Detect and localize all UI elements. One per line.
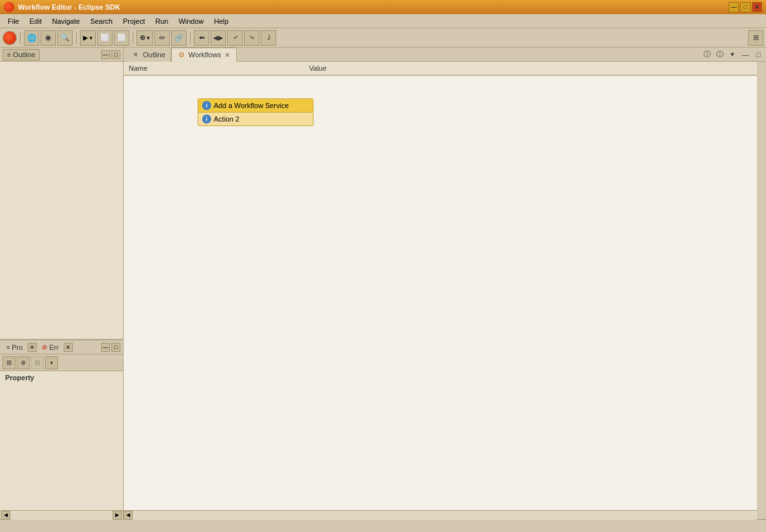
toolbar-btn-1[interactable]: 🌐	[24, 30, 39, 46]
editor-maximize-btn[interactable]: □	[753, 50, 763, 60]
left-panel-controls: — □	[101, 50, 120, 59]
errors-tab-close[interactable]: ✕	[64, 343, 73, 352]
outline-tab[interactable]: ≡ Outline	[3, 49, 40, 60]
title-bar-left: Workflow Editor - Eclipse SDK	[4, 2, 120, 12]
status-bar	[0, 519, 766, 532]
outline-tab-icon: ≡	[131, 50, 140, 59]
node-info-icon: i	[202, 101, 211, 110]
table-header: Name Value	[124, 62, 766, 76]
menu-help[interactable]: Help	[209, 16, 234, 26]
editor-right-scrollbar[interactable]	[757, 62, 766, 519]
outline-editor-tab[interactable]: ≡ Outline	[126, 48, 171, 62]
properties-toolbar-btn-1[interactable]: ⊞	[3, 356, 15, 369]
scroll-right-arrow[interactable]: ▶	[113, 511, 122, 520]
app-icon	[4, 2, 14, 12]
toolbar-btn-7[interactable]: 🔗	[171, 30, 187, 46]
toolbar-btn-2[interactable]: ◉	[41, 30, 56, 46]
node-header-text: Add a Workflow Service	[214, 102, 289, 109]
properties-toolbar-btn-3[interactable]: ⊟	[31, 356, 44, 369]
editor-scroll-track[interactable]	[133, 511, 757, 520]
editor-info-btn-2[interactable]: ⓘ	[715, 50, 725, 60]
toolbar-btn-6[interactable]: ✏	[154, 30, 170, 46]
left-panel-header: ≡ Outline — □	[0, 48, 123, 62]
left-panel-tabs: ≡ Outline	[3, 49, 40, 60]
left-panel: ≡ Outline — □ ≡ Pro	[0, 48, 124, 519]
workflow-canvas[interactable]: i Add a Workflow Service i Action 2	[124, 76, 766, 510]
workflow-node[interactable]: i Add a Workflow Service i Action 2	[198, 98, 313, 126]
node-action-text: Action 2	[214, 115, 239, 123]
menu-edit[interactable]: Edit	[24, 16, 47, 26]
menu-search[interactable]: Search	[85, 16, 118, 26]
maximize-button[interactable]: □	[740, 2, 751, 12]
toolbar-separator-4	[190, 32, 191, 44]
main-area: ≡ Outline — □ ≡ Pro	[0, 48, 766, 519]
bottom-left-toolbar: ⊞ ⊕ ⊟ ▾	[0, 354, 123, 371]
menu-window[interactable]: Window	[173, 16, 209, 26]
toolbar-btn-9[interactable]: ◀▶	[210, 30, 226, 46]
right-panel: ≡ Outline ⚙ Workflows ✕ ⓘ ⓘ ▾	[124, 48, 766, 519]
toolbar-separator-1	[20, 32, 21, 44]
properties-tab-close[interactable]: ✕	[28, 343, 37, 352]
toolbar-btn-3[interactable]: 🔍	[57, 30, 73, 46]
status-indicator	[5, 522, 13, 530]
editor-scroll-left[interactable]: ◀	[124, 511, 133, 520]
editor-body: Name Value i Add a Workflow Service i	[124, 62, 766, 519]
editor-tabs-left: ≡ Outline ⚙ Workflows ✕	[126, 48, 237, 62]
toolbar-btn-4[interactable]: ⬜	[97, 30, 113, 46]
toolbar-perspective-btn[interactable]: ⊞	[748, 30, 763, 46]
menu-file[interactable]: File	[3, 16, 24, 26]
errors-tab[interactable]: ⊘ Err	[38, 342, 62, 353]
toolbar-btn-5[interactable]: ⬜	[114, 30, 129, 46]
title-bar-controls: — □ ✕	[729, 2, 762, 12]
menu-project[interactable]: Project	[118, 16, 150, 26]
outline-tab-icon: ≡	[7, 51, 11, 59]
scroll-track[interactable]	[10, 511, 113, 520]
left-panel-maximize[interactable]: □	[111, 50, 120, 59]
toolbar-separator-3	[133, 32, 133, 44]
bottom-left-panel: ≡ Pro ✕ ⊘ Err ✕ — □	[0, 339, 123, 519]
properties-toolbar-btn-4[interactable]: ▾	[45, 356, 58, 369]
editor-tabs-right: ⓘ ⓘ ▾ — □	[702, 50, 763, 60]
workflows-tab-icon: ⚙	[177, 50, 186, 59]
eclipse-button[interactable]	[3, 31, 17, 45]
bottom-left-maximize[interactable]: □	[111, 343, 120, 352]
editor-chevron-btn[interactable]: ▾	[727, 50, 738, 60]
node-header: i Add a Workflow Service	[198, 99, 313, 113]
node-action-icon: i	[202, 115, 211, 124]
workflows-tab-close[interactable]: ✕	[223, 51, 231, 59]
editor-minimize-btn[interactable]: —	[740, 50, 751, 60]
editor-info-btn-1[interactable]: ⓘ	[702, 50, 712, 60]
toolbar-btn-11[interactable]: ⤷	[244, 30, 259, 46]
scroll-left-arrow[interactable]: ◀	[1, 511, 10, 520]
toolbar-dropdown-1[interactable]: ▶ ▾	[80, 30, 96, 46]
workflows-editor-tab[interactable]: ⚙ Workflows ✕	[171, 48, 238, 62]
window-title: Workflow Editor - Eclipse SDK	[18, 3, 120, 11]
toolbar-btn-12[interactable]: ⤸	[261, 30, 276, 46]
editor-bottom-scrollbar: ◀ ▶	[124, 510, 766, 519]
editor-tab-bar: ≡ Outline ⚙ Workflows ✕ ⓘ ⓘ ▾	[124, 48, 766, 62]
bottom-left-header: ≡ Pro ✕ ⊘ Err ✕ — □	[0, 340, 123, 354]
title-bar: Workflow Editor - Eclipse SDK — □ ✕	[0, 0, 766, 14]
col-name-header: Name	[129, 64, 309, 72]
col-value-header: Value	[309, 64, 761, 72]
properties-tab[interactable]: ≡ Pro	[3, 342, 26, 353]
toolbar-btn-8[interactable]: ⬅	[194, 30, 209, 46]
toolbar: 🌐 ◉ 🔍 ▶ ▾ ⬜ ⬜ ⊕ ▾ ✏ 🔗 ⬅ ◀▶ ⤶ ⤷ ⤸ ⊞	[0, 28, 766, 48]
bottom-left-minimize[interactable]: —	[101, 343, 110, 352]
toolbar-dropdown-2[interactable]: ⊕ ▾	[136, 30, 153, 46]
bottom-scrollbar: ◀ ▶	[0, 510, 123, 519]
properties-toolbar-btn-2[interactable]: ⊕	[17, 356, 30, 369]
bottom-left-controls: — □	[101, 343, 120, 352]
close-button[interactable]: ✕	[752, 2, 762, 12]
menu-run[interactable]: Run	[150, 16, 173, 26]
minimize-button[interactable]: —	[729, 2, 739, 12]
properties-label: Property	[0, 371, 123, 384]
bottom-tabs: ≡ Pro ✕ ⊘ Err ✕	[3, 342, 73, 353]
menu-navigate[interactable]: Navigate	[47, 16, 85, 26]
menu-bar: File Edit Navigate Search Project Run Wi…	[0, 14, 766, 28]
bottom-left-content	[0, 384, 123, 510]
toolbar-separator-2	[76, 32, 77, 44]
left-panel-content	[0, 62, 123, 339]
left-panel-minimize[interactable]: —	[101, 50, 110, 59]
toolbar-btn-10[interactable]: ⤶	[227, 30, 243, 46]
